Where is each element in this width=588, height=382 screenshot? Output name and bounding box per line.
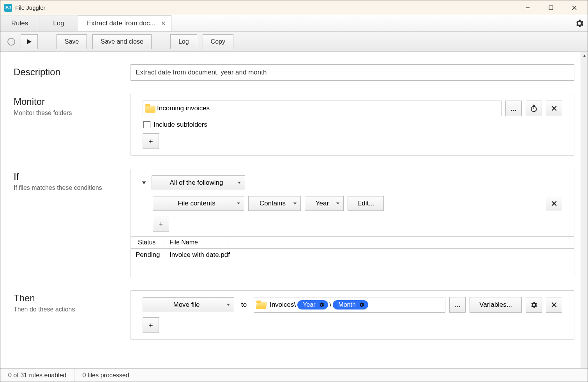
browse-folder-button[interactable]: ... [505,101,522,116]
cell-filename: Invoice with date.pdf [164,249,235,261]
gear-icon [319,302,324,308]
section-description: Description [14,64,574,81]
destination-input[interactable]: Invoices\ Year \ Month [254,297,445,313]
close-window-button[interactable] [563,0,586,15]
variable-pill-year[interactable]: Year [297,300,328,309]
save-close-button[interactable]: Save and close [92,34,151,49]
window-controls [516,0,586,15]
tab-rules[interactable]: Rules [0,15,39,31]
status-rules: 0 of 31 rules enabled [0,369,74,382]
add-condition-button[interactable]: ＋ [153,216,169,232]
section-monitor: Monitor Monitor these folders Incoming i… [14,94,574,156]
folder-open-icon [256,301,267,309]
folder-name: Incoming invoices [157,104,210,112]
checkbox-icon [143,121,150,128]
col-header-status[interactable]: Status [131,237,164,248]
then-sub: Then do these actions [14,306,131,313]
add-folder-button[interactable]: ＋ [143,133,159,149]
remove-folder-button[interactable] [546,101,562,116]
settings-button[interactable] [571,15,588,31]
include-subfolders-label: Include subfolders [154,121,207,129]
description-input[interactable] [131,64,574,81]
condition-value-dropdown[interactable]: Year [305,196,344,211]
condition-edit-button[interactable]: Edit... [348,196,384,211]
app-window: FJ File Juggler Rules Log Extract date f… [0,0,588,382]
action-dropdown[interactable]: Move file [143,297,234,312]
folder-icon [145,104,155,113]
svg-marker-4 [27,39,32,44]
copy-button[interactable]: Copy [203,34,233,49]
condition-operator-dropdown[interactable]: Contains [248,196,301,211]
svg-rect-1 [549,6,553,10]
tab-close-icon[interactable]: ✕ [159,19,168,28]
section-if: If If files matches these conditions All… [14,169,574,277]
tab-document[interactable]: Extract date from doc... ✕ [78,15,171,31]
include-subfolders-checkbox[interactable]: Include subfolders [143,121,562,129]
minimize-button[interactable] [516,0,539,15]
cell-status: Pending [131,249,164,261]
gear-icon [359,302,364,308]
collapse-toggle-icon[interactable] [142,182,146,184]
monitor-sub: Monitor these folders [14,110,131,117]
section-then: Then Then do these actions Move file to … [14,290,574,340]
remove-condition-button[interactable] [546,196,562,211]
toolbar: Save Save and close Log Copy [0,32,588,52]
rule-enabled-radio[interactable] [7,38,15,46]
tab-document-label: Extract date from doc... [87,19,155,27]
col-header-filename[interactable]: File Name [164,237,228,248]
run-button[interactable] [21,34,38,49]
scroll-up-icon[interactable]: ▲ [581,52,588,59]
action-settings-button[interactable] [526,297,542,313]
schedule-button[interactable] [526,101,542,116]
variable-pill-month[interactable]: Month [333,300,368,309]
dest-sep: \ [330,301,332,309]
condition-field-dropdown[interactable]: File contents [153,196,244,211]
condition-mode-dropdown[interactable]: All of the following [152,175,245,190]
monitor-folder-input[interactable]: Incoming invoices [143,101,501,116]
main-content: Description Monitor Monitor these folder… [0,52,588,368]
remove-action-button[interactable] [546,297,562,313]
status-files: 0 files processed [74,369,137,382]
table-row[interactable]: Pending Invoice with date.pdf [131,249,574,277]
maximize-button[interactable] [539,0,563,15]
save-button[interactable]: Save [57,34,87,49]
add-action-button[interactable]: ＋ [143,317,159,333]
variables-button[interactable]: Variables... [470,297,522,313]
titlebar: FJ File Juggler [0,0,588,15]
app-title: File Juggler [15,4,516,11]
monitor-heading: Monitor [14,96,131,107]
tab-log[interactable]: Log [39,15,78,31]
svg-point-6 [531,106,536,111]
description-heading: Description [14,67,131,78]
app-icon: FJ [4,4,12,12]
then-heading: Then [14,293,131,304]
match-table: Status File Name Pending Invoice with da… [131,236,574,277]
tabbar: Rules Log Extract date from doc... ✕ [0,15,588,32]
log-button[interactable]: Log [170,34,197,49]
if-sub: If files matches these conditions [14,184,131,191]
if-heading: If [14,171,131,182]
scrollbar[interactable]: ▲ [581,52,588,368]
browse-destination-button[interactable]: ... [449,297,466,313]
dest-prefix: Invoices\ [270,301,296,309]
to-label: to [238,301,250,309]
statusbar: 0 of 31 rules enabled 0 files processed [0,368,588,382]
svg-rect-5 [533,105,535,106]
